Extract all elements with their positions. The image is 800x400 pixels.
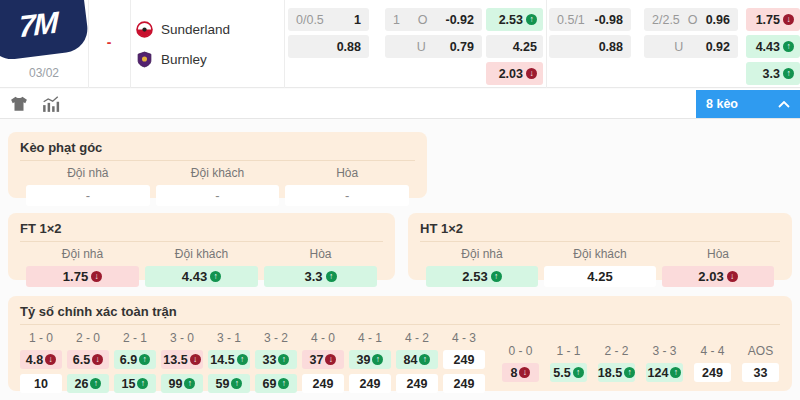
score-odds-cell[interactable]: 10 <box>20 374 62 393</box>
corner-odds-cell[interactable]: - <box>26 185 150 206</box>
odds-value: 4.43 <box>182 269 207 284</box>
score-odds-cell[interactable]: 249 <box>694 363 731 382</box>
score-odds-cell[interactable]: 26 <box>67 374 109 393</box>
trend-down-icon <box>91 271 102 282</box>
odds-value: 37 <box>310 353 324 367</box>
home-team-row[interactable]: Sunderland <box>136 20 230 38</box>
over-under-odds-box[interactable]: U 0.79 <box>385 35 482 58</box>
column-header: Đội nhà <box>426 247 538 261</box>
over-under-odds-box[interactable]: U 0.92 <box>644 35 738 58</box>
ht-odds-cell[interactable]: 2.53 <box>426 266 538 287</box>
score-odds-cell[interactable]: 124 <box>646 363 683 382</box>
trend-icon <box>519 367 530 378</box>
trend-icon <box>573 367 584 378</box>
score-header: 3 - 1 <box>208 331 250 345</box>
handicap-odds-box[interactable]: 0/0.5 1 <box>288 8 369 31</box>
score-odds-cell[interactable]: 4.8 <box>20 350 62 369</box>
score-column: 4 - 2 84 249 <box>396 331 438 393</box>
score-odds-cell[interactable]: 6.5 <box>67 350 109 369</box>
1x2-odds-cell[interactable]: 3.3 <box>746 62 800 85</box>
corner-odds-cell[interactable]: - <box>156 185 280 206</box>
under-label: U <box>417 40 426 54</box>
score-odds-cell[interactable]: 84 <box>396 350 438 369</box>
odds-value: 18.5 <box>598 366 622 380</box>
trend-down-icon <box>727 271 738 282</box>
odds-value: 249 <box>454 377 475 391</box>
ht-odds-cell[interactable]: 2.03 <box>662 266 774 287</box>
score-odds-cell[interactable]: 99 <box>161 374 203 393</box>
ft-odds-cell[interactable]: 3.3 <box>264 266 377 287</box>
score-odds-cell[interactable]: 5.5 <box>550 363 587 382</box>
ht-odds-cell[interactable]: 4.25 <box>544 266 656 287</box>
score-grid-main: 1 - 0 4.8 10 2 - 0 6.5 26 2 - 1 6.9 15 3… <box>20 331 485 393</box>
score-odds-cell[interactable]: 59 <box>208 374 250 393</box>
score-odds-cell[interactable]: 33 <box>255 350 297 369</box>
column-header: Hòa <box>285 166 409 180</box>
trend-icon <box>231 378 242 389</box>
ft-odds-cell[interactable]: 4.43 <box>145 266 258 287</box>
score-column: 2 - 0 6.5 26 <box>67 331 109 393</box>
over-under-odds-box[interactable]: 2/2.5 O 0.96 <box>644 8 738 31</box>
score-odds-cell[interactable]: 249 <box>443 350 485 369</box>
score-odds-cell[interactable]: 39 <box>349 350 391 369</box>
odds-value: 249 <box>454 353 475 367</box>
odds-value: 8 <box>511 366 518 380</box>
score-column: 4 - 1 39 249 <box>349 331 391 393</box>
odds-count-button[interactable]: 8 kèo <box>696 90 800 118</box>
ft-odds-cell[interactable]: 1.75 <box>26 266 139 287</box>
score-header: 3 - 0 <box>161 331 203 345</box>
trend-icon <box>419 354 430 365</box>
column-header: Hòa <box>264 247 377 261</box>
1x2-odds-cell[interactable]: 2.03 <box>486 62 543 85</box>
score-odds-cell[interactable]: 37 <box>302 350 344 369</box>
score-header: 3 - 3 <box>646 344 683 358</box>
score-column: 4 - 4 249 <box>694 344 731 393</box>
score-odds-cell[interactable]: 14.5 <box>208 350 250 369</box>
odds-value: 249 <box>313 377 334 391</box>
odds-value: 84 <box>404 353 418 367</box>
score-column: 4 - 0 37 249 <box>302 331 344 393</box>
column-divider <box>130 0 131 88</box>
jersey-icon[interactable] <box>10 95 28 113</box>
score-odds-cell[interactable]: 249 <box>443 374 485 393</box>
score-column: 3 - 0 13.5 99 <box>161 331 203 393</box>
7m-logo[interactable]: 7M <box>0 0 90 62</box>
odds-value: 33 <box>754 366 768 380</box>
panel-title: Kèo phạt góc <box>20 140 415 155</box>
1x2-odds-cell[interactable]: 2.53 <box>486 8 543 31</box>
score-header: 2 - 1 <box>114 331 156 345</box>
1x2-odds-cell[interactable]: 4.43 <box>746 35 800 58</box>
corner-odds-cell[interactable]: - <box>285 185 409 206</box>
score-odds-cell[interactable]: 249 <box>396 374 438 393</box>
score-odds-cell[interactable]: 13.5 <box>161 350 203 369</box>
trend-up-icon <box>526 14 537 25</box>
trend-up-icon <box>783 68 794 79</box>
score-odds-cell[interactable]: 33 <box>742 363 779 382</box>
goal-line: 1 <box>393 13 400 27</box>
odds-value: 4.43 <box>756 40 780 54</box>
score-odds-cell[interactable]: 8 <box>502 363 539 382</box>
odds-value: - <box>215 188 219 203</box>
odds-value: 249 <box>407 377 428 391</box>
trend-down-icon <box>526 68 537 79</box>
odds-value: 5.5 <box>553 366 570 380</box>
over-under-odds-box[interactable]: 1 O -0.92 <box>385 8 482 31</box>
odds-value: 6.5 <box>73 353 90 367</box>
1x2-odds-cell[interactable]: 4.25 <box>486 35 543 58</box>
match-date: 03/02 <box>0 66 88 80</box>
away-team-row[interactable]: Burnley <box>136 50 207 68</box>
score-odds-cell[interactable]: 18.5 <box>598 363 635 382</box>
1x2-odds-cell[interactable]: 1.75 <box>746 8 800 31</box>
stats-icon[interactable] <box>42 95 60 113</box>
score-odds-cell[interactable]: 6.9 <box>114 350 156 369</box>
score-odds-cell[interactable]: 249 <box>302 374 344 393</box>
score-odds-cell[interactable]: 15 <box>114 374 156 393</box>
odds-value: 2.53 <box>462 269 487 284</box>
handicap-odds-box[interactable]: 0.5/1 -0.98 <box>549 8 631 31</box>
score-odds-cell[interactable]: 249 <box>349 374 391 393</box>
score-column: 3 - 3 124 <box>646 344 683 393</box>
handicap-odds-box[interactable]: 0.88 <box>288 35 369 58</box>
score-column: 2 - 1 6.9 15 <box>114 331 156 393</box>
score-odds-cell[interactable]: 69 <box>255 374 297 393</box>
handicap-odds-box[interactable]: 0.88 <box>549 35 631 58</box>
